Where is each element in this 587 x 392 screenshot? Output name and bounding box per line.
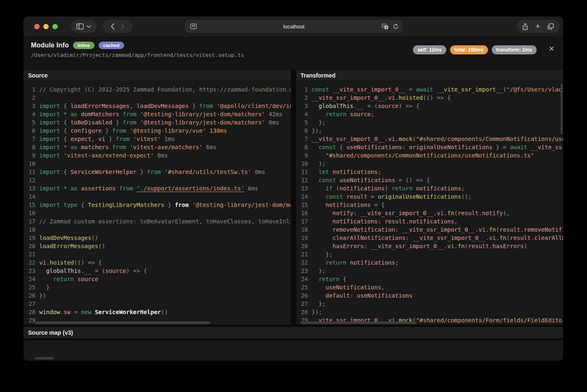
- traffic-lights: [34, 24, 58, 29]
- line-number: 14: [297, 192, 308, 201]
- translate-icon[interactable]: A a: [382, 23, 389, 30]
- line-number: 1: [25, 85, 35, 94]
- code-line: 24 return source: [24, 275, 291, 283]
- svg-text:a: a: [385, 26, 387, 29]
- tab-overview-icon[interactable]: [547, 23, 554, 30]
- line-number: 20: [25, 242, 35, 250]
- zoom-window-button[interactable]: [52, 24, 58, 29]
- code-line: 11import { ServiceWorkerHelper } from '#…: [24, 168, 291, 176]
- reload-icon[interactable]: [393, 23, 399, 30]
- code-line: 7__vite_ssr_import_0__.vi.mock("#shared/…: [296, 135, 563, 143]
- code-line: 15 notifications = {: [296, 201, 563, 209]
- transformed-code[interactable]: 1const __vite_ssr_import_0__ = await __v…: [296, 81, 563, 325]
- code-line: 16: [24, 209, 291, 217]
- code-line: 23 };: [296, 267, 563, 275]
- line-number: 19: [25, 234, 35, 242]
- transformed-vertical-scrollbar[interactable]: [561, 83, 563, 134]
- code-line: 19loadDevMessages(): [24, 234, 291, 242]
- transformed-horizontal-scrollbar[interactable]: [300, 322, 417, 324]
- page-title: Module Info: [31, 42, 69, 49]
- code-line: 6});: [296, 127, 563, 135]
- line-number: 9: [297, 151, 308, 160]
- code-line: 6import { configure } from '@testing-lib…: [24, 127, 291, 135]
- stat-transform: transform: 2ms: [492, 45, 537, 54]
- close-window-button[interactable]: [34, 24, 40, 29]
- code-line: 20 hasErrors: __vite_ssr_import_0__.vi.f…: [296, 242, 563, 250]
- code-line: 18 removeNotification: __vite_ssr_import…: [296, 225, 563, 234]
- code-line: 5import { toBeDisabled } from '@testing-…: [24, 118, 291, 127]
- line-number: 13: [297, 184, 308, 192]
- forward-icon[interactable]: [120, 23, 125, 30]
- code-line: 27: [24, 300, 291, 308]
- code-line: 27 };: [296, 300, 563, 308]
- badge-inline: inline: [73, 42, 94, 49]
- code-line: 8import * as matchers from 'vitest-axe/m…: [24, 143, 291, 151]
- code-line: 24 return {: [296, 275, 563, 283]
- sourcemap-horizontal-scrollbar[interactable]: [35, 357, 54, 359]
- source-horizontal-scrollbar[interactable]: [35, 322, 210, 324]
- code-line: 10 );: [296, 160, 563, 168]
- transformed-panel-title: Transformed: [296, 70, 563, 81]
- line-number: 26: [297, 291, 308, 300]
- transformed-panel: Transformed 1const __vite_ssr_import_0__…: [296, 70, 563, 325]
- line-number: 23: [25, 267, 35, 275]
- badge-cached: cached: [99, 42, 124, 49]
- code-line: 2__vite_ssr_import_0__.vi.hoisted(() => …: [296, 94, 563, 102]
- line-number: 19: [297, 234, 308, 242]
- line-number: 7: [297, 135, 308, 143]
- minimize-window-button[interactable]: [43, 24, 49, 29]
- line-number: 12: [297, 176, 308, 184]
- line-number: 25: [25, 283, 35, 291]
- timing-badges: self: 12ms total: 193ms transform: 2ms: [413, 45, 537, 54]
- code-line: 7import { expect, vi } from 'vitest' 1ms: [24, 135, 291, 143]
- code-line: 13 if (notifications) return notificatio…: [296, 184, 563, 192]
- code-line: 13import * as assertions from './support…: [24, 184, 291, 192]
- code-line: 10: [24, 160, 291, 168]
- back-icon[interactable]: [111, 23, 115, 30]
- line-number: 2: [297, 94, 308, 102]
- line-number: 20: [297, 242, 308, 250]
- code-line: 17 notifications: result.notifications,: [296, 217, 563, 225]
- line-number: 9: [25, 151, 35, 160]
- code-line: 14: [24, 192, 291, 201]
- close-icon[interactable]: ✕: [547, 44, 556, 54]
- line-number: 5: [25, 118, 35, 127]
- address-bar[interactable]: localhost A a: [185, 20, 403, 33]
- line-number: 4: [25, 110, 35, 118]
- url-text[interactable]: localhost: [185, 23, 403, 30]
- line-number: 24: [25, 275, 35, 283]
- line-number: 27: [25, 300, 35, 308]
- line-number: 16: [297, 209, 308, 217]
- source-panel-title: Source: [24, 70, 291, 81]
- code-line: 15import type { TestingLibraryMatchers }…: [24, 201, 291, 209]
- line-number: 21: [25, 250, 35, 258]
- line-number: 12: [25, 176, 35, 184]
- code-line: 4 return source;: [296, 110, 563, 118]
- code-line: 5 };: [296, 118, 563, 127]
- code-line: 25 }: [24, 283, 291, 291]
- sidebar-toggle-group[interactable]: [71, 20, 97, 33]
- sourcemap-title: Source map (v3): [24, 327, 563, 338]
- new-tab-icon[interactable]: +: [535, 22, 540, 30]
- code-line: 2: [24, 94, 291, 102]
- stat-self: self: 12ms: [413, 45, 446, 54]
- code-line: 26}): [24, 291, 291, 300]
- line-number: 2: [25, 94, 35, 102]
- line-number: 23: [297, 267, 308, 275]
- inspector-main: Source 1// Copyright (C) 2012-2025 Zamma…: [24, 70, 563, 361]
- line-number: 6: [297, 127, 308, 135]
- code-line: 14 const result = originalUseNotificatio…: [296, 192, 563, 201]
- line-number: 27: [297, 300, 308, 308]
- code-line: 12: [24, 176, 291, 184]
- module-info-header: Module Info inline cached /Users/vladimi…: [24, 36, 563, 70]
- source-code[interactable]: 1// Copyright (C) 2012-2025 Zammad Found…: [24, 81, 291, 325]
- sourcemap-body[interactable]: 1AAMA;AAeA,yBAAG,QAAQ,MAAM;AACf,aAAW,KAA…: [24, 340, 563, 361]
- line-number: 25: [297, 283, 308, 291]
- share-icon[interactable]: [522, 23, 528, 30]
- sidebar-icon[interactable]: [76, 23, 84, 30]
- line-number: 13: [25, 184, 35, 192]
- line-number: 30: [25, 324, 35, 325]
- code-line: 23 globalThis.__ = (source) => {: [24, 267, 291, 275]
- chevron-down-icon[interactable]: [87, 25, 91, 28]
- line-number: 11: [25, 168, 35, 176]
